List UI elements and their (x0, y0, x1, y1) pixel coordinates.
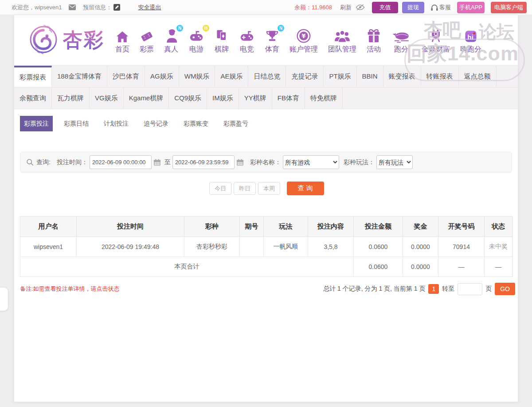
tab-AG娱乐[interactable]: AG娱乐 (145, 66, 179, 87)
svg-text:hi: hi (467, 33, 473, 41)
tab-特免棋牌[interactable]: 特免棋牌 (305, 87, 343, 109)
nav-item-esports[interactable]: 电竞 (239, 27, 255, 54)
subtab-计划投注[interactable]: 计划投注 (100, 116, 133, 131)
refresh-link[interactable]: 刷新 (340, 4, 352, 12)
time-to-input[interactable] (172, 155, 235, 169)
eye-slash-icon[interactable] (356, 4, 365, 11)
subtab-彩票投注[interactable]: 彩票投注 (20, 116, 53, 131)
nav-item-gamepad[interactable]: H电游 (188, 27, 204, 54)
pc-client-button[interactable]: 电脑客户端 (491, 2, 527, 13)
game-select[interactable]: 所有游戏 (283, 155, 339, 169)
gamepad-icon: H (188, 27, 204, 43)
service-link[interactable]: 客服 (439, 4, 451, 12)
table-header-row: 用户名投注时间彩种期号玩法投注内容投注金额奖金开奖号码状态 (20, 217, 512, 237)
site-logo[interactable]: 杏彩 (27, 24, 105, 57)
cell: 2022-06-09 19:49:48 (77, 237, 184, 257)
tab-FB体育[interactable]: FB体育 (272, 87, 305, 109)
tab-返点总额[interactable]: 返点总额 (459, 66, 497, 87)
tab-IM娱乐[interactable]: IM娱乐 (207, 87, 239, 109)
time-from-input[interactable] (90, 155, 152, 169)
goto-page-input[interactable] (458, 283, 482, 295)
quick-本周-button[interactable]: 本周 (258, 182, 280, 195)
subtab-彩票账变[interactable]: 彩票账变 (180, 116, 212, 131)
tab-彩票报表[interactable]: 彩票报表 (14, 66, 52, 87)
quick-今日-button[interactable]: 今日 (209, 182, 231, 195)
tab-瓦力棋牌[interactable]: 瓦力棋牌 (52, 87, 90, 109)
recharge-button[interactable]: 充值 (372, 2, 398, 13)
nav-item-runner[interactable]: 跑分 (391, 27, 411, 54)
logout-link[interactable]: 安全退出 (138, 4, 161, 12)
cell: 杏彩秒秒彩 (184, 237, 240, 257)
logo-text: 杏彩 (63, 27, 105, 53)
tab-VG娱乐[interactable]: VG娱乐 (90, 87, 124, 109)
site-header: 杏彩 首页彩票N真人H电游棋牌电竞N体育¥账户管理团队管理活动跑分金鼎财富hi嗨… (14, 15, 518, 65)
tab-PT娱乐[interactable]: PT娱乐 (324, 66, 356, 87)
nav-label: 电竞 (240, 45, 254, 54)
nav-item-trophy[interactable]: N体育 (265, 27, 279, 54)
tab-Kgame棋牌[interactable]: Kgame棋牌 (124, 87, 169, 109)
message-icon[interactable] (69, 4, 76, 10)
col-header: 期号 (240, 217, 264, 237)
floating-widget[interactable] (0, 288, 8, 311)
game-name-label: 彩种名称： (250, 158, 281, 166)
edit-icon[interactable] (113, 4, 120, 11)
calendar-icon[interactable] (153, 159, 161, 166)
gift-icon (367, 27, 381, 43)
ticket-icon (140, 27, 154, 43)
col-header: 状态 (485, 217, 512, 237)
nav-item-hi-app[interactable]: hi嗨跑分 (460, 27, 481, 54)
tab-WM娱乐[interactable]: WM娱乐 (179, 66, 215, 87)
nav-label: 账户管理 (289, 45, 318, 54)
headset-icon[interactable] (430, 4, 438, 11)
col-header: 玩法 (264, 217, 308, 237)
current-page-badge[interactable]: 1 (428, 284, 439, 294)
quick-昨日-button[interactable]: 昨日 (234, 182, 256, 195)
nav-label: 金鼎财富 (422, 45, 450, 54)
cell: wipseven1 (20, 237, 77, 257)
search-label: 查询: (36, 158, 51, 166)
table-footer-row: 本页合计 0.0600 0.0000 — — (20, 257, 512, 277)
nav-item-person[interactable]: N真人 (164, 27, 178, 54)
calendar-icon[interactable] (236, 159, 244, 166)
tab-AE娱乐[interactable]: AE娱乐 (215, 66, 248, 87)
mobile-app-button[interactable]: 手机APP (457, 2, 485, 13)
tab-沙巴体育[interactable]: 沙巴体育 (107, 66, 145, 87)
esports-icon (239, 27, 255, 43)
nav-item-team[interactable]: 团队管理 (328, 27, 356, 54)
hi-app-icon: hi (463, 27, 478, 43)
withdraw-button[interactable]: 提现 (402, 2, 424, 13)
content-area: 彩票投注彩票日结计划投注追号记录彩票账变彩票盈亏 查询: 投注时间： 至 彩种名… (14, 109, 518, 295)
query-button[interactable]: 查 询 (287, 182, 324, 195)
tab-BBIN[interactable]: BBIN (357, 66, 383, 87)
col-header: 投注内容 (308, 217, 354, 237)
nav-item-wealth[interactable]: 金鼎财富 (422, 27, 450, 54)
nav-item-home[interactable]: 首页 (115, 27, 129, 54)
tab-188金宝博体育[interactable]: 188金宝博体育 (52, 66, 107, 87)
goto-label: 转至 (442, 285, 454, 293)
nav-label: 跑分 (394, 45, 408, 54)
play-select[interactable]: 所有玩法 (376, 155, 413, 169)
tab-转账报表[interactable]: 转账报表 (421, 66, 459, 87)
subtab-彩票盈亏[interactable]: 彩票盈亏 (219, 116, 252, 131)
tab-YY棋牌[interactable]: YY棋牌 (239, 87, 272, 109)
tab-充提记录[interactable]: 充提记录 (286, 66, 324, 87)
subtab-彩票日结[interactable]: 彩票日结 (60, 116, 93, 131)
nav-label: 真人 (164, 45, 178, 54)
tab-CQ9娱乐[interactable]: CQ9娱乐 (169, 87, 207, 109)
wealth-icon (429, 27, 443, 43)
tab-账变报表[interactable]: 账变报表 (383, 66, 421, 87)
nav-label: 团队管理 (328, 45, 356, 54)
nav-item-ticket[interactable]: 彩票 (140, 27, 154, 54)
reserved-info-label: 预留信息： (83, 4, 112, 12)
go-button[interactable]: GO (495, 283, 515, 295)
cell: 一帆风顺 (264, 237, 308, 257)
subtab-追号记录[interactable]: 追号记录 (140, 116, 172, 131)
cell (240, 237, 264, 257)
tab-row-1: 彩票报表188金宝博体育沙巴体育AG娱乐WM娱乐AE娱乐日结总览充提记录PT娱乐… (14, 66, 518, 87)
cell[interactable]: 未中奖 (485, 237, 512, 257)
nav-item-coin[interactable]: ¥账户管理 (289, 27, 318, 54)
tab-日结总览[interactable]: 日结总览 (248, 66, 286, 87)
tab-余额查询[interactable]: 余额查询 (14, 87, 52, 109)
nav-item-gift[interactable]: 活动 (367, 27, 381, 54)
nav-item-cards[interactable]: 棋牌 (215, 27, 229, 54)
